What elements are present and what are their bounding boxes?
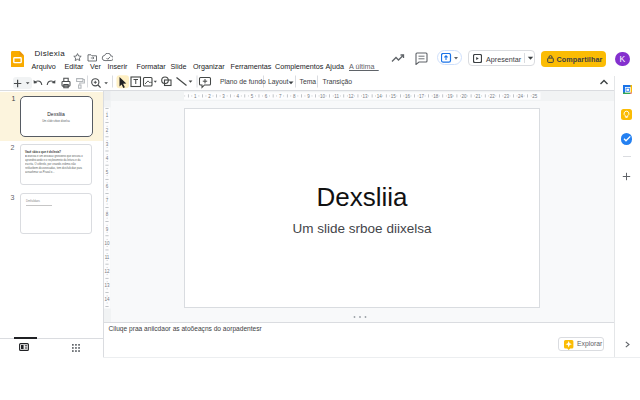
svg-text:21: 21 bbox=[476, 94, 482, 99]
svg-text:23: 23 bbox=[504, 94, 510, 99]
svg-text:14: 14 bbox=[377, 94, 383, 99]
svg-text:17: 17 bbox=[419, 94, 425, 99]
svg-text:13: 13 bbox=[362, 94, 368, 99]
svg-text:20: 20 bbox=[461, 94, 467, 99]
svg-text:19: 19 bbox=[447, 94, 453, 99]
svg-text:18: 18 bbox=[433, 94, 439, 99]
svg-text:12: 12 bbox=[104, 269, 110, 274]
svg-text:15: 15 bbox=[391, 94, 397, 99]
svg-text:22: 22 bbox=[490, 94, 496, 99]
svg-text:14: 14 bbox=[104, 297, 110, 302]
svg-text:11: 11 bbox=[105, 255, 110, 260]
svg-text:13: 13 bbox=[104, 283, 110, 288]
svg-text:16: 16 bbox=[405, 94, 411, 99]
svg-text:25: 25 bbox=[532, 94, 538, 99]
svg-text:11: 11 bbox=[334, 94, 339, 99]
svg-text:10: 10 bbox=[320, 94, 326, 99]
svg-text:12: 12 bbox=[348, 94, 354, 99]
svg-text:24: 24 bbox=[518, 94, 524, 99]
svg-text:10: 10 bbox=[104, 241, 110, 246]
